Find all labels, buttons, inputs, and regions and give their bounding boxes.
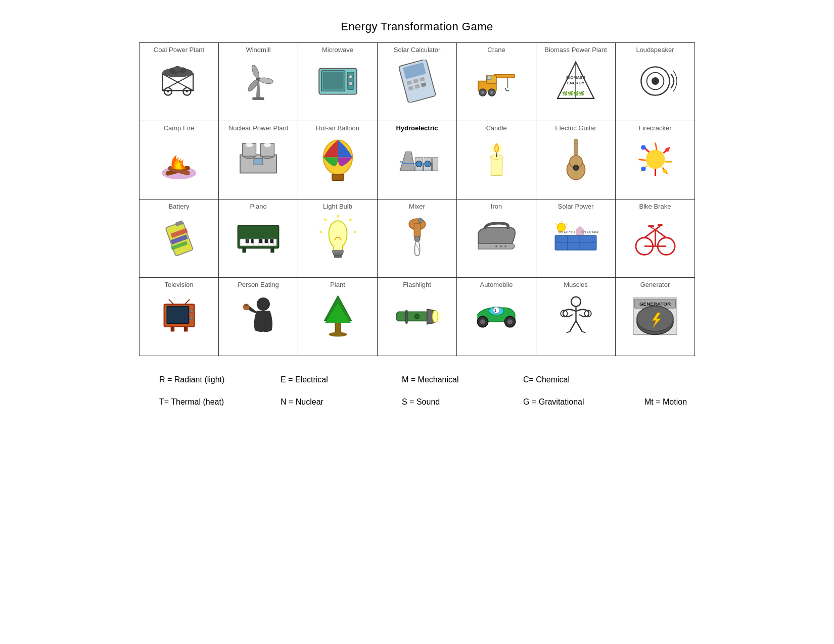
svg-line-159 [168,300,173,304]
svg-rect-143 [576,229,584,235]
cell-label-2-6: Bike Brake [618,203,692,211]
svg-rect-67 [433,158,438,171]
svg-point-69 [425,161,431,167]
svg-rect-124 [333,253,342,255]
cell-label-2-2: Light Bulb [300,203,375,211]
grid-cell-1-3: Hydroelectric [378,121,457,200]
svg-text:🌿🌿🌿🌿: 🌿🌿🌿🌿 [562,90,585,96]
svg-rect-58 [254,159,263,165]
cell-label-2-5: Solar Power [538,203,613,211]
cell-label-0-0: Coal Power Plant [142,46,216,54]
svg-line-186 [570,321,576,332]
legend-item-1-4: Mt = Motion [644,392,735,412]
svg-rect-161 [170,327,174,331]
grid-cell-1-5: Electric Guitar [536,121,616,200]
svg-point-132 [495,245,497,247]
cell-icon-calculator [380,56,454,107]
svg-point-14 [251,64,261,79]
cell-label-2-0: Battery [142,203,216,211]
cell-label-0-6: Loudspeaker [618,46,692,54]
svg-line-86 [655,143,657,150]
cell-label-0-1: Windmill [221,46,296,54]
legend: R = Radiant (light)E = ElectricalM = Mec… [139,370,695,415]
svg-rect-162 [183,327,188,331]
svg-point-68 [416,161,422,167]
cell-icon-bikebrake [618,213,692,263]
cell-icon-eating [221,291,296,341]
cell-icon-guitar [538,134,613,185]
svg-point-95 [665,148,669,152]
svg-point-165 [256,298,269,311]
svg-point-6 [174,66,181,72]
svg-rect-125 [334,255,341,258]
svg-rect-108 [265,239,268,243]
svg-rect-174 [406,310,408,323]
grid-cell-3-1: Person Eating [219,278,298,356]
svg-rect-107 [259,239,262,243]
svg-rect-158 [167,307,188,323]
svg-point-73 [490,143,503,155]
grid-cell-1-4: Candle [457,121,536,200]
svg-rect-137 [555,236,596,251]
svg-rect-116 [243,247,246,253]
svg-line-152 [655,226,660,230]
cell-label-3-0: Television [142,281,216,289]
svg-point-172 [433,310,438,322]
cell-icon-iron [459,213,534,263]
svg-point-57 [264,142,271,147]
svg-point-20 [348,75,352,78]
grid-cell-3-6: Generator GENERATOR [616,278,695,356]
cell-label-2-3: Mixer [380,203,454,211]
svg-rect-105 [246,239,249,243]
svg-rect-12 [252,97,264,100]
grid-cell-0-6: Loudspeaker [616,43,695,121]
svg-text:1: 1 [494,308,496,313]
grid-cell-3-5: Muscles [536,278,616,356]
legend-item-0-0: R = Radiant (light) [159,370,250,389]
cell-label-2-1: Piano [221,203,296,211]
svg-line-154 [651,227,655,229]
cell-icon-candle [459,134,534,185]
svg-line-189 [582,332,585,333]
grid-cell-2-5: Solar Power SOLAR CELL SOLAR PANEL [536,200,616,278]
cell-label-2-4: Iron [459,203,534,211]
cell-icon-flashlight [380,291,454,341]
svg-rect-22 [322,72,343,89]
legend-row-0: R = Radiant (light)E = ElectricalM = Mec… [159,370,695,389]
cell-label-0-4: Crane [459,46,534,54]
grid-cell-3-0: Television [140,278,219,356]
cell-icon-television [142,291,216,341]
svg-point-47 [652,77,659,85]
svg-point-173 [415,314,420,319]
legend-item-1-2: S = Sound [402,392,493,412]
grid-cell-3-4: Automobile 1 [457,278,536,356]
svg-marker-63 [400,152,415,171]
svg-line-119 [349,219,352,221]
svg-point-128 [414,236,420,241]
grid-cell-2-6: Bike Brake [616,200,695,278]
svg-line-136 [555,224,557,225]
cell-icon-firecracker [618,134,692,185]
grid-cell-0-0: Coal Power Plant [140,43,219,121]
svg-line-135 [566,224,567,225]
cell-icon-hydro [380,134,454,185]
cell-label-1-1: Nuclear Power Plant [221,124,296,132]
svg-point-131 [504,245,506,247]
cell-icon-windmill [221,56,296,107]
svg-line-92 [638,160,645,161]
cell-icon-loudspeaker [618,56,692,107]
svg-text:ENERGY: ENERGY [567,80,585,85]
svg-line-148 [655,229,666,237]
svg-point-21 [348,81,352,85]
cell-label-3-2: Plant [300,281,375,289]
cell-icon-lightbulb [300,213,375,263]
svg-point-163 [190,310,193,313]
svg-rect-123 [332,250,343,253]
grid-cell-2-3: Mixer [378,200,457,278]
svg-line-187 [576,321,582,332]
svg-point-130 [500,245,502,247]
cell-icon-crane [459,56,534,107]
grid-cell-2-1: Piano [219,200,298,278]
grid-cell-1-1: Nuclear Power Plant [219,121,298,200]
svg-point-181 [507,319,513,324]
